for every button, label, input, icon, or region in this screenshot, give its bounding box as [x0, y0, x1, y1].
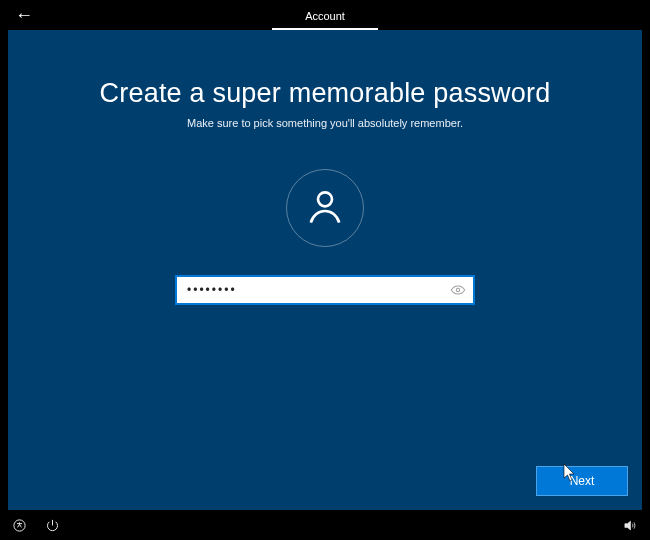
svg-point-1: [456, 288, 459, 291]
svg-point-2: [14, 519, 25, 530]
user-icon: [305, 186, 345, 230]
tab-placeholder-right: [378, 16, 485, 30]
password-field-wrap: [175, 275, 475, 305]
volume-icon[interactable]: [623, 518, 638, 533]
setup-panel: Create a super memorable password Make s…: [8, 30, 642, 510]
password-input[interactable]: [175, 275, 475, 305]
reveal-password-icon[interactable]: [447, 279, 469, 301]
next-button[interactable]: Next: [536, 466, 628, 496]
bottom-bar: [0, 510, 650, 540]
next-button-label: Next: [570, 474, 595, 488]
power-icon[interactable]: [45, 518, 60, 533]
top-bar: ← Account: [0, 0, 650, 30]
bottom-left-icons: [12, 518, 60, 533]
ease-of-access-icon[interactable]: [12, 518, 27, 533]
tab-placeholder-left: [165, 16, 272, 30]
tab-account[interactable]: Account: [272, 2, 379, 30]
tab-strip: Account: [165, 0, 485, 30]
svg-point-0: [318, 192, 332, 206]
page-title: Create a super memorable password: [100, 78, 551, 109]
user-avatar-circle: [286, 169, 364, 247]
back-arrow-icon[interactable]: ←: [15, 5, 33, 26]
page-subtitle: Make sure to pick something you'll absol…: [187, 117, 463, 129]
